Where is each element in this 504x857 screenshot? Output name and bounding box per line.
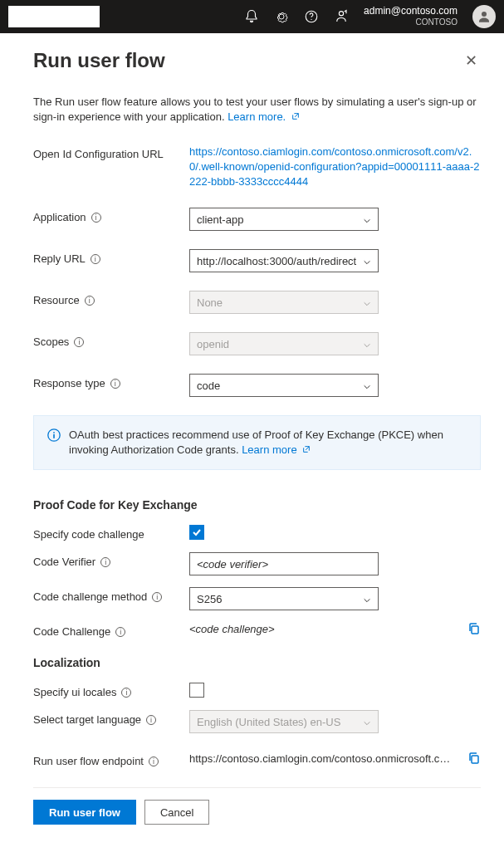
field-code-verifier: Code Verifier i <code verifier> — [33, 552, 481, 575]
cancel-button[interactable]: Cancel — [144, 800, 209, 825]
response-type-dropdown[interactable]: code — [189, 374, 379, 397]
info-icon[interactable]: i — [146, 715, 156, 725]
localization-heading: Localization — [33, 656, 481, 669]
specify-locales-label: Specify ui locales — [33, 686, 116, 698]
field-response-type: Response type i code — [33, 374, 481, 397]
external-link-icon — [291, 110, 300, 118]
info-icon[interactable]: i — [74, 337, 84, 347]
field-challenge-method: Code challenge method i S256 — [33, 587, 481, 610]
reply-url-dropdown[interactable]: http://localhost:3000/auth/redirect — [189, 249, 379, 272]
chevron-down-icon — [363, 340, 371, 348]
run-button[interactable]: Run user flow — [33, 800, 136, 825]
chevron-down-icon — [363, 298, 371, 306]
field-target-language: Select target language i English (United… — [33, 710, 481, 733]
help-icon[interactable] — [304, 9, 319, 24]
learn-more-link[interactable]: Learn more. — [228, 110, 300, 123]
gear-icon[interactable] — [274, 9, 289, 24]
info-icon[interactable]: i — [149, 757, 159, 766]
code-challenge-value: <code challenge> — [189, 623, 451, 635]
field-resource: Resource i None — [33, 291, 481, 314]
feedback-icon[interactable] — [334, 9, 349, 24]
field-specify-challenge: Specify code challenge — [33, 525, 481, 541]
specify-locales-checkbox[interactable] — [189, 683, 204, 698]
info-icon[interactable]: i — [91, 254, 100, 264]
target-language-dropdown: English (United States) en-US — [189, 710, 379, 733]
external-link-icon — [302, 443, 311, 451]
divider — [33, 787, 481, 788]
chevron-down-icon — [363, 257, 371, 265]
banner-learn-more-link[interactable]: Learn more — [242, 443, 311, 456]
chevron-down-icon — [363, 595, 371, 603]
chevron-down-icon — [363, 215, 371, 223]
search-input[interactable] — [8, 6, 100, 27]
copy-button[interactable] — [467, 752, 481, 765]
account-email: admin@contoso.com — [364, 5, 458, 17]
field-openid: Open Id Configuration URL https://contos… — [33, 144, 481, 189]
panel: Run user flow ✕ The Run user flow featur… — [0, 33, 504, 840]
account-org: CONTOSO — [364, 17, 458, 28]
scopes-dropdown: openid — [189, 332, 379, 355]
svg-rect-8 — [472, 756, 478, 763]
svg-point-5 — [53, 432, 55, 433]
chevron-down-icon — [363, 717, 371, 726]
panel-title: Run user flow — [33, 49, 165, 72]
endpoint-value: https://contoso.ciamlogin.com/contoso.on… — [189, 752, 451, 765]
application-dropdown[interactable]: client-app — [189, 208, 379, 231]
info-icon[interactable]: i — [152, 592, 162, 602]
reply-url-label: Reply URL — [33, 252, 86, 265]
application-label: Application — [33, 211, 86, 223]
field-code-challenge: Code Challenge i <code challenge> — [33, 622, 481, 638]
info-icon[interactable]: i — [100, 557, 110, 567]
challenge-method-label: Code challenge method — [33, 590, 147, 603]
field-specify-locales: Specify ui locales i — [33, 683, 481, 698]
account-info[interactable]: admin@contoso.com CONTOSO — [364, 5, 458, 28]
info-icon[interactable]: i — [91, 213, 101, 223]
code-challenge-label: Code Challenge — [33, 625, 110, 638]
info-icon[interactable]: i — [115, 627, 125, 637]
avatar[interactable] — [472, 5, 496, 28]
svg-point-2 — [339, 12, 343, 16]
specify-challenge-label: Specify code challenge — [33, 525, 189, 541]
response-type-label: Response type — [33, 377, 105, 389]
target-language-label: Select target language — [33, 713, 141, 726]
resource-label: Resource — [33, 294, 80, 306]
close-button[interactable]: ✕ — [462, 48, 481, 73]
panel-description: The Run user flow feature allows you to … — [33, 95, 481, 125]
field-endpoint: Run user flow endpoint i https://contoso… — [33, 752, 481, 767]
copy-button[interactable] — [467, 622, 481, 635]
bell-icon[interactable] — [244, 9, 259, 24]
openid-label: Open Id Configuration URL — [33, 144, 189, 160]
button-row: Run user flow Cancel — [33, 800, 481, 825]
scopes-label: Scopes — [33, 335, 69, 348]
field-application: Application i client-app — [33, 208, 481, 231]
svg-rect-6 — [53, 434, 55, 438]
resource-dropdown: None — [189, 291, 379, 314]
svg-rect-7 — [472, 626, 478, 634]
challenge-method-dropdown[interactable]: S256 — [189, 587, 379, 610]
openid-url[interactable]: https://contoso.ciamlogin.com/contoso.on… — [189, 144, 481, 189]
code-verifier-label: Code Verifier — [33, 556, 95, 568]
info-icon[interactable]: i — [121, 688, 131, 698]
info-icon[interactable]: i — [85, 296, 95, 306]
code-verifier-input[interactable]: <code verifier> — [189, 552, 379, 575]
top-bar: admin@contoso.com CONTOSO — [0, 0, 504, 33]
field-reply-url: Reply URL i http://localhost:3000/auth/r… — [33, 249, 481, 272]
field-scopes: Scopes i openid — [33, 332, 481, 355]
info-icon[interactable]: i — [110, 379, 120, 389]
pkce-info-banner: OAuth best practices recommend use of Pr… — [33, 415, 481, 470]
endpoint-label: Run user flow endpoint — [33, 755, 144, 767]
panel-header: Run user flow ✕ — [33, 48, 481, 73]
chevron-down-icon — [363, 381, 371, 389]
svg-point-3 — [482, 12, 487, 17]
specify-challenge-checkbox[interactable] — [189, 525, 204, 540]
svg-point-1 — [311, 19, 311, 20]
pkce-heading: Proof Code for Key Exchange — [33, 498, 481, 512]
info-icon — [47, 428, 61, 442]
